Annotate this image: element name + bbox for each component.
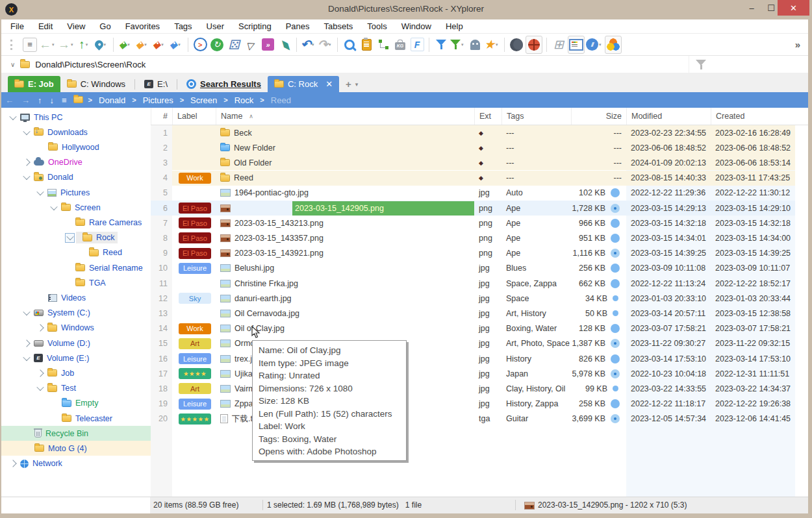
file-row-5[interactable]: 51964-pontiac-gto.jpgjpgAuto102 KB2022-1… [151, 186, 808, 201]
menu-edit[interactable]: Edit [38, 21, 53, 31]
up-button-dropdown-icon[interactable]: ▾ [86, 42, 90, 47]
location-pin-button-dropdown-icon[interactable]: ▾ [104, 42, 108, 47]
tree-item-screen[interactable]: Screen [1, 200, 151, 215]
tree-item-downloads[interactable]: Downloads [1, 125, 151, 140]
hop-button[interactable]: > [192, 36, 208, 53]
tab-e-[interactable]: EE:\ [138, 76, 174, 92]
breadcrumb-segment-reed[interactable]: Reed [271, 95, 291, 105]
forward-button-dropdown-icon[interactable]: ▾ [71, 42, 75, 47]
file-row-8[interactable]: 8El Paso2023-03-15_143357.pngpngApe951 K… [151, 230, 808, 245]
file-row-17[interactable]: 17★★★★UjikawjpgJapan5,978 KB2022-10-23 1… [151, 366, 808, 381]
address-dropdown-icon[interactable]: ∨ [10, 61, 15, 68]
undo-button-dropdown-icon[interactable]: ▾ [312, 42, 316, 47]
column-header-num[interactable]: # [151, 108, 172, 125]
minimize-button[interactable]: – [742, 0, 761, 16]
file-row-12[interactable]: 12Skydanuri-earth.jpgjpgSpace34 KB2023-0… [151, 291, 808, 306]
expander-closed-icon[interactable] [36, 325, 44, 332]
expander-closed-icon[interactable] [36, 369, 44, 376]
favorites-button[interactable]: ★▾ [484, 36, 500, 53]
address-bar[interactable]: ∨ Donald\Pictures\Screen\Rock [1, 56, 808, 73]
menu-file[interactable]: File [10, 21, 24, 31]
tag-green-button-dropdown-icon[interactable]: ▾ [127, 42, 132, 47]
expander-open-icon[interactable] [23, 173, 30, 180]
location-pin-button[interactable]: ▾ [94, 36, 109, 53]
column-header-ext[interactable]: Ext [474, 108, 501, 125]
menu-view[interactable]: View [67, 21, 85, 31]
tree-item-telecaster[interactable]: Telecaster [1, 411, 151, 426]
file-row-13[interactable]: 13Oil Cernavoda.jpgjpgArt, History50 KB2… [151, 306, 808, 321]
expander-open-icon[interactable] [23, 308, 30, 315]
breadcrumb-back-icon[interactable]: ← [5, 95, 14, 105]
menu-user[interactable]: User [207, 21, 224, 31]
breadcrumb-up-icon[interactable]: ↑ [38, 95, 42, 105]
filter-green-button-dropdown-icon[interactable]: ▾ [461, 42, 466, 47]
undo-button[interactable]: ↶▾ [301, 36, 316, 53]
style-badge-button[interactable]: //▾ [586, 36, 603, 53]
filter-blue-button[interactable] [433, 36, 449, 53]
file-row-2[interactable]: 2New Folder◆------2023-06-06 18:48:52202… [151, 140, 808, 155]
tag-red-button[interactable]: ◆▾ [151, 36, 167, 53]
tab-c-windows[interactable]: C: Windows [60, 76, 132, 92]
tree-item-volume-d-[interactable]: Volume (D:) [1, 336, 151, 351]
tab-search-results[interactable]: Search Results [180, 76, 268, 92]
file-row-11[interactable]: 11Christine Frka.jpgjpgSpace, Zappa662 K… [151, 276, 808, 291]
file-row-20[interactable]: 20★★★★★下载.tgatgaGuitar3,699 KB2023-12-05… [151, 412, 808, 426]
menu-help[interactable]: Help [446, 21, 463, 31]
toolbar-grip[interactable] [5, 36, 21, 53]
dark-mode-button[interactable] [509, 36, 524, 53]
column-header-label[interactable]: Label [172, 108, 216, 125]
tag-blue-button[interactable]: ◆▾ [168, 36, 184, 53]
tree-item-donald[interactable]: Donald [1, 170, 151, 185]
expander-open-icon[interactable] [9, 112, 16, 119]
column-header-tags[interactable]: Tags [501, 108, 571, 125]
dice-button[interactable]: ⚄ [226, 36, 242, 53]
toolbar-overflow-icon[interactable]: » [795, 39, 800, 50]
menu-button[interactable]: ≡ [22, 36, 38, 53]
ghost-button[interactable] [467, 36, 483, 53]
color-filter-button[interactable] [605, 36, 622, 54]
menu-window[interactable]: Window [401, 21, 431, 31]
expander-closed-icon[interactable] [9, 460, 16, 467]
address-filter-zone[interactable] [689, 56, 706, 73]
breadcrumb-segment-donald[interactable]: Donald [99, 95, 125, 105]
tree-item-rock[interactable]: Rock [1, 230, 151, 245]
tab-list-dropdown-icon[interactable]: ▾ [355, 81, 359, 88]
tag-red-button-dropdown-icon[interactable]: ▾ [161, 42, 166, 47]
tree-item-hollywood[interactable]: Hollywood [1, 140, 151, 154]
expander-closed-icon[interactable] [23, 339, 30, 347]
tree-item-empty[interactable]: Empty [1, 396, 151, 411]
redo-button-dropdown-icon[interactable]: ▾ [329, 42, 333, 47]
paste-button[interactable] [359, 36, 374, 53]
file-row-14[interactable]: 14WorkOil of Clay.jpgjpgBoxing, Water128… [151, 321, 808, 336]
expander-closed-icon[interactable] [23, 158, 30, 166]
back-button[interactable]: ←▾ [39, 36, 57, 53]
tab-c-rock[interactable]: C: Rock✕ [268, 76, 339, 92]
file-row-6[interactable]: 6El Paso2023-03-15_142905.pngpngApe1,728… [151, 201, 808, 216]
refresh-button[interactable]: ↻ [209, 36, 225, 53]
size-report-button[interactable]: KG [392, 36, 408, 53]
style-badge-button-dropdown-icon[interactable]: ▾ [599, 42, 603, 47]
file-row-9[interactable]: 9El Paso2023-03-15_143921.pngpngApe1,116… [151, 246, 808, 261]
search-button[interactable] [342, 36, 357, 53]
favorites-button-dropdown-icon[interactable]: ▾ [496, 42, 500, 47]
menu-go[interactable]: Go [99, 21, 110, 31]
expander-boxed-icon[interactable] [65, 233, 75, 243]
tree-item-network[interactable]: Network [1, 456, 151, 471]
menu-tabsets[interactable]: Tabsets [324, 21, 353, 31]
tree-item-onedrive[interactable]: OneDrive [1, 155, 151, 170]
tree-item-job[interactable]: Job [1, 365, 151, 380]
tag-green-button[interactable]: ◆▾ [118, 36, 133, 53]
redo-button[interactable]: ↷▾ [318, 36, 333, 53]
breadcrumb-forward-icon[interactable]: → [21, 95, 30, 105]
file-row-4[interactable]: 4WorkReed◆------2023-08-15 14:40:332023-… [151, 171, 808, 186]
tab-e-job[interactable]: E: Job [8, 76, 60, 92]
column-header-size[interactable]: Size [571, 108, 626, 125]
menu-tools[interactable]: Tools [367, 21, 387, 31]
breadcrumb-folder-icon[interactable] [73, 94, 83, 106]
font-button[interactable]: F [409, 36, 425, 53]
menu-favorites[interactable]: Favorites [125, 21, 160, 31]
close-button[interactable]: ✕ [778, 0, 809, 16]
file-row-15[interactable]: 15ArtOrmorjpgArt, Photo, Space1,387 KB20… [151, 336, 808, 351]
breadcrumb-segment-screen[interactable]: Screen [190, 95, 217, 105]
tree-item-tga[interactable]: TGA [1, 275, 151, 290]
